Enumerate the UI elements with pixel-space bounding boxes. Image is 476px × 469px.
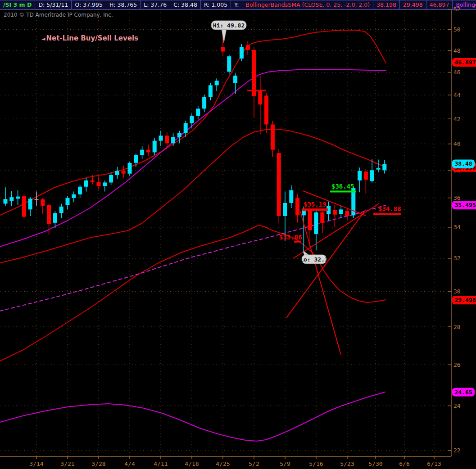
date-tick-label: 5/30: [368, 460, 382, 467]
copyright-notice: 2010 © TD Ameritrade IP Company, Inc.: [4, 12, 113, 18]
candle-3/21: [66, 196, 70, 209]
date-tick-label: 3/28: [91, 460, 105, 467]
callout-label: Lo: 32.3: [300, 256, 328, 263]
price-tick-label: 30: [453, 288, 461, 295]
price-bubble-46.897: 46.897: [452, 58, 476, 67]
date-tick-label: 5/23: [340, 460, 354, 467]
candle-3/28: [97, 176, 101, 189]
axes: [0, 9, 451, 456]
candle-3/29: [103, 180, 107, 192]
candle-4/21: [209, 83, 213, 100]
price-tick-label: 32: [453, 255, 461, 262]
candle-5/2: [252, 48, 256, 117]
candle-4/8: [153, 138, 157, 155]
candle-4/13: [171, 133, 175, 146]
candle-5/23: [345, 209, 349, 221]
descending-trendline-long[interactable]: [300, 212, 341, 355]
price-axis[interactable]: 22242628303234363840424446485052: [448, 6, 461, 454]
candle-5/18: [326, 202, 331, 221]
candle-5/3: [258, 76, 262, 134]
level-line-3306[interactable]: $33.06: [279, 234, 302, 242]
level-label: $36.45: [331, 183, 354, 190]
candlestick-chart[interactable]: $36.45$35,19$34.88$33.06Hi: 49.82Lo: 32.…: [0, 0, 476, 469]
grid: [0, 9, 451, 456]
date-tick-label: 6/6: [399, 460, 409, 467]
candle-3/9: [16, 190, 20, 205]
price-tick-label: 22: [453, 447, 461, 454]
netline-annotation[interactable]: ◄ Net-Line Buy/Sell Levels: [41, 34, 138, 42]
candle-3/10: [22, 194, 26, 219]
price-tick-label: 44: [453, 92, 461, 99]
left-triangle-icon: ◄: [41, 36, 45, 42]
candle-3/11: [28, 197, 32, 216]
candles: [4, 32, 387, 254]
candle-5/17: [320, 211, 324, 234]
candle-5/10: [289, 185, 293, 208]
date-tick-label: 3/21: [60, 460, 74, 467]
bollinger-mid-red: [0, 129, 386, 263]
candle-5/25: [358, 167, 362, 192]
svg-text:24.65: 24.65: [454, 389, 472, 396]
candle-4/12: [165, 132, 169, 147]
date-tick-label: 4/25: [216, 460, 230, 467]
candle-5/31: [382, 160, 386, 173]
candle-4/4: [128, 162, 132, 176]
candle-4/22: [215, 78, 219, 91]
candle-3/30: [109, 172, 113, 185]
price-tick-label: 34: [453, 224, 461, 230]
level-label: $33.06: [279, 234, 302, 241]
price-bubble-24.65: 24.65: [452, 388, 475, 397]
candle-4/18: [190, 113, 194, 128]
candle-4/29: [246, 41, 250, 55]
candle-5/20: [339, 205, 343, 218]
candle-5/26: [364, 169, 368, 194]
candle-5/4: [264, 93, 268, 133]
svg-text:38.48: 38.48: [454, 160, 472, 167]
date-tick-label: 3/14: [29, 460, 43, 467]
bollinger-lower-red: [0, 225, 386, 361]
candle-3/15: [41, 198, 45, 214]
date-tick-label: 4/18: [185, 460, 199, 467]
level-label: $35,19: [304, 201, 326, 208]
candle-5/5: [271, 121, 275, 157]
candle-4/6: [140, 146, 144, 159]
candle-3/7: [4, 187, 8, 206]
candle-4/28: [240, 44, 244, 61]
price-tick-label: 36: [453, 194, 461, 201]
date-tick-label: 4/11: [154, 460, 168, 467]
date-tick-label: 5/16: [309, 460, 323, 467]
candle-3/22: [72, 192, 76, 203]
price-tick-label: 26: [453, 361, 461, 368]
level-label: $34.88: [378, 205, 401, 212]
candle-4/7: [146, 144, 150, 156]
candle-5/6: [277, 149, 281, 223]
candle-3/31: [115, 167, 119, 179]
price-tick-label: 24: [453, 402, 461, 409]
price-tick-label: 42: [453, 116, 461, 122]
candle-5/30: [376, 159, 381, 172]
candle-3/8: [9, 191, 14, 206]
candle-4/1: [122, 166, 126, 178]
svg-text:35.495: 35.495: [455, 202, 476, 208]
high-callout[interactable]: Hi: 49.82: [211, 21, 246, 43]
candle-4/20: [202, 95, 206, 112]
bollinger-lower-magenta: [0, 392, 385, 441]
candle-3/24: [84, 178, 88, 192]
candle-4/26: [227, 55, 231, 75]
callout-label: Hi: 49.82: [213, 22, 245, 29]
price-tick-label: 48: [453, 47, 461, 54]
level-line-3488[interactable]: $34.88: [373, 205, 401, 214]
thinkorswim-chart-window: /SI 3 m DD: 5/31/11O: 37.995H: 38.765L: …: [0, 0, 476, 469]
level-line-3519[interactable]: $35,19: [302, 201, 328, 210]
candle-3/23: [78, 185, 82, 198]
candle-5/19: [333, 205, 337, 227]
price-tick-label: 50: [453, 26, 461, 33]
svg-text:29.498: 29.498: [455, 297, 476, 303]
price-bubble-38.48: 38.48: [452, 159, 475, 168]
price-tick-label: 40: [453, 140, 461, 147]
low-callout[interactable]: Lo: 32.3: [300, 251, 328, 264]
time-axis[interactable]: 3/143/213/284/44/114/184/255/25/95/165/2…: [29, 456, 441, 467]
candle-5/11: [295, 194, 299, 223]
candle-4/19: [196, 106, 200, 119]
svg-text:46.897: 46.897: [455, 59, 476, 66]
